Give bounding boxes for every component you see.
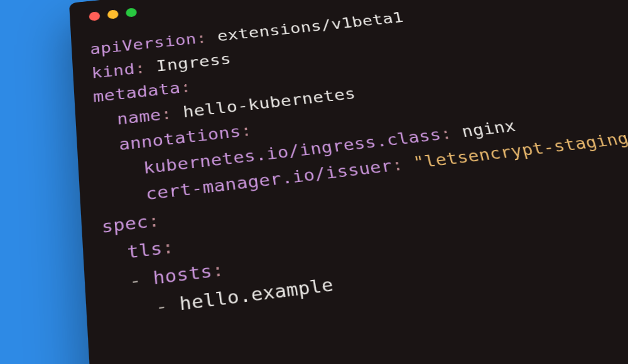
yaml-colon: : (160, 105, 173, 124)
yaml-colon: : (180, 78, 192, 96)
close-icon[interactable] (89, 11, 100, 21)
yaml-key: metadata (92, 79, 181, 105)
yaml-value: hello-kubernetes (182, 85, 357, 121)
yaml-key: kind (91, 60, 136, 82)
yaml-value: extensions/v1beta1 (216, 9, 404, 44)
yaml-value: Ingress (155, 50, 232, 75)
zoom-icon[interactable] (126, 8, 137, 18)
yaml-colon: : (195, 29, 208, 47)
yaml-value: nginx (460, 117, 517, 141)
yaml-key: name (116, 106, 162, 129)
yaml-dash: - (154, 295, 168, 318)
terminal-window: apiVersion: extensions/v1beta1 kind: Ing… (69, 0, 628, 364)
yaml-colon: : (147, 210, 160, 231)
yaml-colon: : (161, 237, 175, 258)
yaml-key: tls (126, 238, 163, 262)
code-content: apiVersion: extensions/v1beta1 kind: Ing… (89, 0, 628, 328)
yaml-colon: : (211, 259, 225, 281)
yaml-colon: : (239, 121, 252, 140)
yaml-key: apiVersion (89, 30, 197, 58)
minimize-icon[interactable] (107, 9, 119, 19)
yaml-dash: - (129, 269, 143, 291)
yaml-key: hosts (152, 260, 213, 288)
yaml-colon: : (134, 59, 146, 77)
yaml-key: spec (101, 211, 149, 237)
